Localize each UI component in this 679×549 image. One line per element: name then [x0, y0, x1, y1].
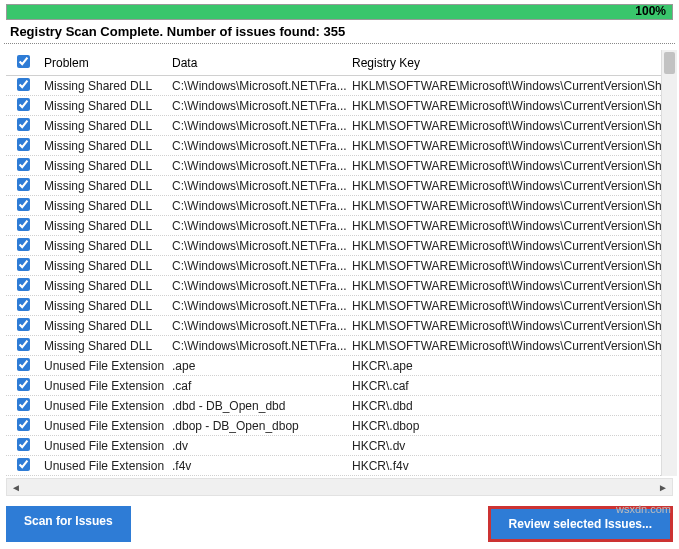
row-data: C:\Windows\Microsoft.NET\Fra... — [168, 239, 348, 253]
table-row[interactable]: Unused File Extension.apeHKCR\.ape — [6, 356, 673, 376]
row-data: C:\Windows\Microsoft.NET\Fra... — [168, 179, 348, 193]
row-data: C:\Windows\Microsoft.NET\Fra... — [168, 219, 348, 233]
row-problem: Unused File Extension — [40, 439, 168, 453]
row-checkbox[interactable] — [17, 118, 30, 131]
row-checkbox[interactable] — [17, 258, 30, 271]
header-problem[interactable]: Problem — [40, 56, 168, 70]
row-data: .dbop - DB_Open_dbop — [168, 419, 348, 433]
table-row[interactable]: Missing Shared DLLC:\Windows\Microsoft.N… — [6, 76, 673, 96]
row-registry-key: HKCR\.f4v — [348, 459, 673, 473]
table-row[interactable]: Unused File Extension.dvHKCR\.dv — [6, 436, 673, 456]
row-registry-key: HKLM\SOFTWARE\Microsoft\Windows\CurrentV… — [348, 79, 673, 93]
table-row[interactable]: Missing Shared DLLC:\Windows\Microsoft.N… — [6, 316, 673, 336]
row-data: .dbd - DB_Open_dbd — [168, 399, 348, 413]
row-registry-key: HKLM\SOFTWARE\Microsoft\Windows\CurrentV… — [348, 179, 673, 193]
table-row[interactable]: Unused File Extension.cafHKCR\.caf — [6, 376, 673, 396]
scroll-left-button[interactable]: ◄ — [7, 482, 25, 493]
row-registry-key: HKLM\SOFTWARE\Microsoft\Windows\CurrentV… — [348, 159, 673, 173]
table-row[interactable]: Missing Shared DLLC:\Windows\Microsoft.N… — [6, 296, 673, 316]
row-registry-key: HKLM\SOFTWARE\Microsoft\Windows\CurrentV… — [348, 319, 673, 333]
table-headers: Problem Data Registry Key — [6, 50, 673, 76]
row-checkbox[interactable] — [17, 178, 30, 191]
row-checkbox[interactable] — [17, 218, 30, 231]
row-problem: Unused File Extension — [40, 419, 168, 433]
row-data: .f4v — [168, 459, 348, 473]
row-problem: Missing Shared DLL — [40, 219, 168, 233]
horizontal-scrollbar[interactable]: ◄ ► — [6, 478, 673, 496]
button-bar: Scan for Issues Review selected Issues..… — [0, 496, 679, 548]
row-checkbox[interactable] — [17, 158, 30, 171]
row-problem: Missing Shared DLL — [40, 299, 168, 313]
row-registry-key: HKLM\SOFTWARE\Microsoft\Windows\CurrentV… — [348, 239, 673, 253]
row-problem: Missing Shared DLL — [40, 159, 168, 173]
select-all-checkbox[interactable] — [17, 55, 30, 68]
row-checkbox[interactable] — [17, 318, 30, 331]
row-checkbox[interactable] — [17, 298, 30, 311]
row-problem: Unused File Extension — [40, 359, 168, 373]
row-checkbox[interactable] — [17, 198, 30, 211]
row-checkbox[interactable] — [17, 238, 30, 251]
vertical-scroll-thumb[interactable] — [664, 52, 675, 74]
row-problem: Missing Shared DLL — [40, 99, 168, 113]
row-registry-key: HKCR\.ape — [348, 359, 673, 373]
progress-percent: 100% — [635, 4, 666, 18]
results-table: Problem Data Registry Key Missing Shared… — [6, 50, 673, 476]
table-row[interactable]: Missing Shared DLLC:\Windows\Microsoft.N… — [6, 336, 673, 356]
row-checkbox[interactable] — [17, 378, 30, 391]
row-problem: Missing Shared DLL — [40, 79, 168, 93]
row-data: C:\Windows\Microsoft.NET\Fra... — [168, 139, 348, 153]
table-row[interactable]: Missing Shared DLLC:\Windows\Microsoft.N… — [6, 116, 673, 136]
row-data: .caf — [168, 379, 348, 393]
table-row[interactable]: Missing Shared DLLC:\Windows\Microsoft.N… — [6, 196, 673, 216]
row-data: C:\Windows\Microsoft.NET\Fra... — [168, 299, 348, 313]
table-row[interactable]: Missing Shared DLLC:\Windows\Microsoft.N… — [6, 276, 673, 296]
row-problem: Missing Shared DLL — [40, 199, 168, 213]
table-row[interactable]: Unused File Extension.dbd - DB_Open_dbdH… — [6, 396, 673, 416]
row-registry-key: HKLM\SOFTWARE\Microsoft\Windows\CurrentV… — [348, 139, 673, 153]
table-row[interactable]: Missing Shared DLLC:\Windows\Microsoft.N… — [6, 136, 673, 156]
header-data[interactable]: Data — [168, 56, 348, 70]
row-checkbox[interactable] — [17, 278, 30, 291]
row-problem: Missing Shared DLL — [40, 179, 168, 193]
row-checkbox[interactable] — [17, 78, 30, 91]
table-row[interactable]: Missing Shared DLLC:\Windows\Microsoft.N… — [6, 156, 673, 176]
row-data: C:\Windows\Microsoft.NET\Fra... — [168, 79, 348, 93]
row-problem: Missing Shared DLL — [40, 139, 168, 153]
row-checkbox[interactable] — [17, 98, 30, 111]
row-checkbox[interactable] — [17, 398, 30, 411]
row-checkbox[interactable] — [17, 358, 30, 371]
vertical-scrollbar[interactable] — [661, 50, 677, 476]
table-row[interactable]: Missing Shared DLLC:\Windows\Microsoft.N… — [6, 176, 673, 196]
row-checkbox[interactable] — [17, 138, 30, 151]
review-selected-issues-button[interactable]: Review selected Issues... — [488, 506, 673, 542]
row-problem: Missing Shared DLL — [40, 239, 168, 253]
row-registry-key: HKLM\SOFTWARE\Microsoft\Windows\CurrentV… — [348, 99, 673, 113]
progress-bar: 100% — [6, 4, 673, 20]
row-registry-key: HKLM\SOFTWARE\Microsoft\Windows\CurrentV… — [348, 279, 673, 293]
table-row[interactable]: Missing Shared DLLC:\Windows\Microsoft.N… — [6, 96, 673, 116]
table-row[interactable]: Unused File Extension.dbop - DB_Open_dbo… — [6, 416, 673, 436]
row-checkbox[interactable] — [17, 338, 30, 351]
row-checkbox[interactable] — [17, 438, 30, 451]
scan-for-issues-button[interactable]: Scan for Issues — [6, 506, 131, 542]
row-registry-key: HKLM\SOFTWARE\Microsoft\Windows\CurrentV… — [348, 219, 673, 233]
row-checkbox[interactable] — [17, 418, 30, 431]
row-checkbox[interactable] — [17, 458, 30, 471]
table-row[interactable]: Missing Shared DLLC:\Windows\Microsoft.N… — [6, 236, 673, 256]
status-text: Registry Scan Complete. Number of issues… — [4, 22, 675, 44]
row-data: C:\Windows\Microsoft.NET\Fra... — [168, 279, 348, 293]
row-data: C:\Windows\Microsoft.NET\Fra... — [168, 99, 348, 113]
row-registry-key: HKCR\.caf — [348, 379, 673, 393]
row-registry-key: HKLM\SOFTWARE\Microsoft\Windows\CurrentV… — [348, 299, 673, 313]
table-row[interactable]: Missing Shared DLLC:\Windows\Microsoft.N… — [6, 256, 673, 276]
header-registry-key[interactable]: Registry Key — [348, 56, 673, 70]
row-problem: Missing Shared DLL — [40, 279, 168, 293]
row-registry-key: HKLM\SOFTWARE\Microsoft\Windows\CurrentV… — [348, 339, 673, 353]
row-registry-key: HKCR\.dv — [348, 439, 673, 453]
row-problem: Missing Shared DLL — [40, 339, 168, 353]
table-row[interactable]: Unused File Extension.f4vHKCR\.f4v — [6, 456, 673, 476]
row-registry-key: HKCR\.dbop — [348, 419, 673, 433]
table-row[interactable]: Missing Shared DLLC:\Windows\Microsoft.N… — [6, 216, 673, 236]
scroll-right-button[interactable]: ► — [654, 482, 672, 493]
row-data: C:\Windows\Microsoft.NET\Fra... — [168, 319, 348, 333]
